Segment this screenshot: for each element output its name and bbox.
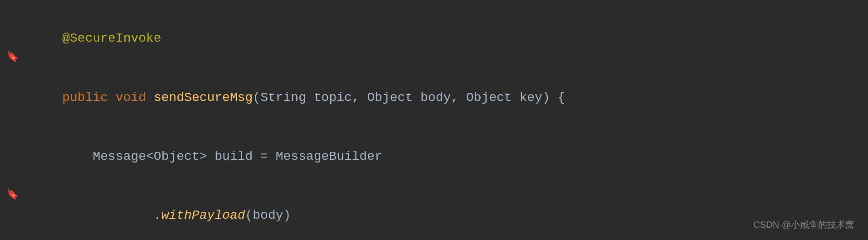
gutter-bookmark-icon-2: 🔖 [6, 185, 19, 205]
gutter-bookmark-icon: 🔖 [6, 48, 19, 67]
code-editor: 🔖 🔖 @SecureInvoke public void sendSecure… [0, 0, 868, 240]
method-send-secure-msg: sendSecureMsg [154, 91, 253, 105]
code-line-3: Message<Object> build = MessageBuilder [27, 127, 868, 186]
watermark: CSDN @小咸鱼的技术窝 [753, 218, 854, 232]
method-with-payload: withPayload [161, 208, 245, 222]
keyword-void: void [116, 91, 146, 105]
code-line-4: .withPayload(body) [27, 186, 868, 240]
keyword-public: public [62, 91, 108, 105]
annotation-secure-invoke: @SecureInvoke [62, 31, 161, 45]
code-line-1: @SecureInvoke [27, 9, 868, 68]
editor-gutter: 🔖 🔖 [0, 0, 25, 240]
code-line-2: public void sendSecureMsg(String topic, … [27, 68, 868, 127]
